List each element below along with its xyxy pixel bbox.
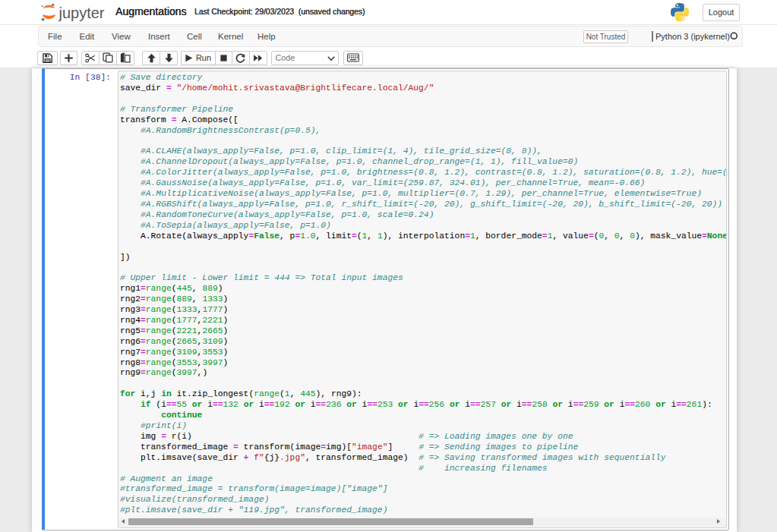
svg-text:jupyter: jupyter [58, 5, 105, 21]
